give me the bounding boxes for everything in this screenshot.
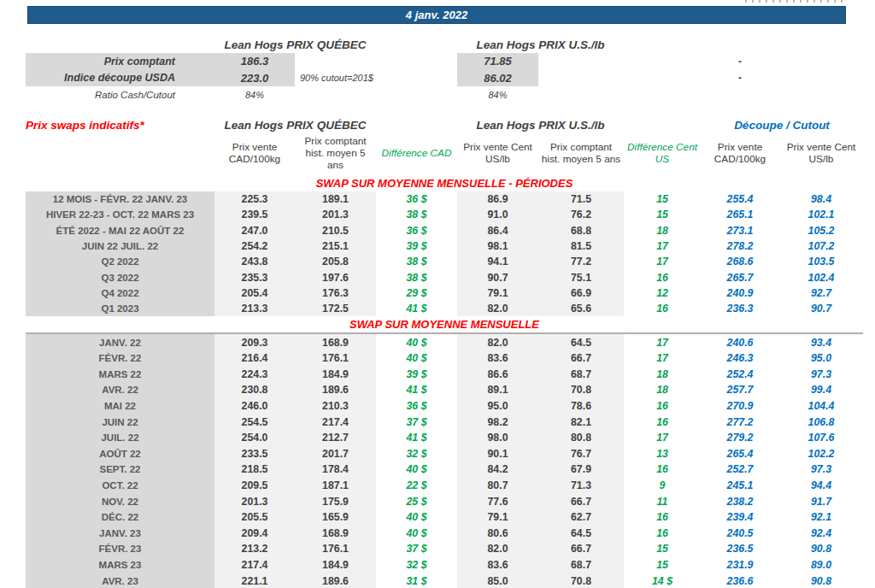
row-label: AVR. 22 (26, 382, 214, 398)
cell-difference-cad: 40 $ (376, 334, 457, 350)
spot-row-prix-comptant: Prix comptant 186.3 71.85 - (26, 53, 863, 70)
cell-prix-vente-cad: 216.4 (214, 350, 295, 367)
table-row: JANV. 23209.4168.940 $80.664.516240.592.… (26, 526, 863, 542)
us-price-title: Lean Hogs PRIX U.S./lb (457, 36, 624, 53)
cell-hist-moyen-cad: 165.9 (295, 509, 376, 526)
cell-cutout-cad: 236.6 (701, 573, 779, 588)
col-header-hist-us: Prix comptant hist. moyen 5 ans (538, 133, 624, 174)
cell-cutout-cad: 277.2 (701, 414, 779, 430)
cell-hist-moyen-cad: 217.4 (295, 414, 376, 430)
cell-difference-cad: 40 $ (376, 526, 457, 542)
cell-cutout-cad: 246.3 (701, 350, 779, 367)
cell-cutout-cad: 255.4 (701, 191, 779, 207)
row-label: JUIN 22 JUIL. 22 (26, 238, 214, 254)
cell-hist-moyen-cad: 212.7 (295, 430, 376, 446)
cell-cutout-us: 107.6 (779, 430, 863, 446)
cell-hist-moyen-us: 66.7 (538, 541, 624, 557)
cell-cutout-cad: 273.1 (701, 223, 779, 238)
cell-prix-vente-us: 86.4 (457, 223, 538, 238)
cell-difference-cad: 22 $ (376, 478, 457, 494)
row-label: ÉTÉ 2022 - MAI 22 AOÛT 22 (26, 223, 214, 238)
cell-cutout-cad: 245.1 (701, 478, 779, 494)
quebec-cutout-index-value: 223.0 (214, 70, 295, 87)
cell-prix-vente-cad: 201.3 (214, 493, 295, 509)
cell-hist-moyen-us: 71.3 (538, 478, 624, 494)
cell-difference-cad: 40 $ (376, 350, 457, 367)
cell-difference-us: 15 (624, 541, 701, 557)
swap-data-sections: SWAP SUR MOYENNE MENSUELLE - PÉRIODES12 … (26, 174, 863, 588)
cell-cutout-us: 92.7 (779, 285, 863, 301)
cell-cutout-us: 89.0 (779, 557, 863, 573)
cell-cutout-cad: 236.5 (701, 541, 779, 557)
cell-difference-cad: 39 $ (376, 238, 457, 254)
cell-difference-us: 9 (624, 478, 701, 494)
cell-hist-moyen-cad: 210.3 (295, 398, 376, 415)
cell-cutout-us: 98.4 (779, 191, 863, 207)
col-header-difference-us: Différence Cent US (624, 133, 701, 174)
col-header-cutout-cad: Prix vente CAD/100kg (701, 133, 779, 174)
row-label: Q2 2022 (26, 254, 214, 269)
cell-difference-us: 18 (624, 382, 701, 398)
cell-cutout-us: 93.4 (779, 334, 863, 350)
row-label: Indice découpe USDA (26, 70, 214, 87)
cell-prix-vente-cad: 233.5 (214, 446, 295, 462)
cell-difference-us: 15 (624, 557, 701, 573)
cell-difference-us: 16 (624, 462, 701, 478)
cell-prix-vente-cad: 209.4 (214, 526, 295, 542)
cell-difference-cad: 36 $ (376, 191, 457, 207)
cell-difference-us: 12 (624, 285, 701, 301)
table-row: FÉVR. 23213.2176.137 $82.066.715236.590.… (26, 541, 863, 557)
cell-prix-vente-cad: 254.0 (214, 430, 295, 446)
table-row: HIVER 22-23 - OCT. 22 MARS 23239.5201.33… (26, 207, 863, 222)
col-header-cutout-us: Prix vente Cent US/lb (779, 133, 863, 174)
cell-cutout-cad: 270.9 (701, 398, 779, 415)
col-header-prix-vente-us: Prix vente Cent US/lb (457, 133, 538, 174)
cell-hist-moyen-us: 78.6 (538, 398, 624, 415)
cell-prix-vente-us: 86.6 (457, 367, 538, 383)
cell-prix-vente-cad: 246.0 (214, 398, 295, 415)
cell-prix-vente-cad: 254.2 (214, 238, 295, 254)
cell-hist-moyen-us: 70.8 (538, 382, 624, 398)
cell-difference-cad: 29 $ (376, 285, 457, 301)
us-cutout-index-value: 86.02 (457, 70, 538, 87)
swap-section-rows: JANV. 22209.3168.940 $82.064.517240.693.… (26, 334, 863, 588)
cell-cutout-cad: 265.7 (701, 269, 779, 285)
table-row: FÉVR. 22216.4176.140 $83.666.717246.395.… (26, 350, 863, 367)
cell-prix-vente-us: 83.6 (457, 350, 538, 367)
cell-difference-cad: 38 $ (376, 254, 457, 269)
cell-cutout-us: 99.4 (779, 382, 863, 398)
cell-cutout-cad: 265.4 (701, 446, 779, 462)
cell-cutout-us: 104.4 (779, 398, 863, 415)
cell-cutout-us: 95.0 (779, 350, 863, 367)
cell-difference-cad: 41 $ (376, 301, 457, 316)
cell-cutout-us: 92.1 (779, 509, 863, 526)
cell-hist-moyen-cad: 168.9 (295, 526, 376, 542)
cell-hist-moyen-us: 75.1 (538, 269, 624, 285)
cell-hist-moyen-cad: 184.9 (295, 367, 376, 383)
cell-cutout-cad: 231.9 (701, 557, 779, 573)
cell-cutout-us: 106.8 (779, 414, 863, 430)
cell-prix-vente-cad: 224.3 (214, 367, 295, 383)
row-label: JANV. 22 (26, 334, 214, 350)
cell-difference-us: 17 (624, 350, 701, 367)
row-label: MARS 23 (26, 557, 214, 573)
cell-hist-moyen-cad: 172.5 (295, 301, 376, 316)
cell-prix-vente-us: 95.0 (457, 398, 538, 415)
cell-hist-moyen-cad: 210.5 (295, 223, 376, 238)
cell-hist-moyen-us: 66.7 (538, 350, 624, 367)
table-row: MAI 22246.0210.336 $95.078.616270.9104.4 (26, 398, 863, 415)
row-label: Q1 2023 (26, 301, 214, 316)
cell-prix-vente-us: 98.1 (457, 238, 538, 254)
cell-cutout-us: 90.8 (779, 573, 863, 588)
swaps-header-section: Prix swaps indicatifs* Lean Hogs PRIX QU… (26, 116, 863, 174)
cell-prix-vente-cad: 230.8 (214, 382, 295, 398)
cell-hist-moyen-cad: 178.4 (295, 462, 376, 478)
cell-cutout-cad: 265.1 (701, 207, 779, 222)
table-row: SEPT. 22218.5178.440 $84.267.916252.797.… (26, 462, 863, 478)
cell-hist-moyen-us: 66.9 (538, 285, 624, 301)
spot-title-row: Lean Hogs PRIX QUÉBEC Lean Hogs PRIX U.S… (26, 36, 863, 53)
table-row: Q4 2022205.4176.329 $79.166.912240.992.7 (26, 285, 863, 301)
table-row: 12 MOIS - FÉVR. 22 JANV. 23225.3189.136 … (26, 191, 863, 207)
cell-difference-us: 16 (624, 526, 701, 542)
cell-cutout-us: 92.4 (779, 526, 863, 542)
